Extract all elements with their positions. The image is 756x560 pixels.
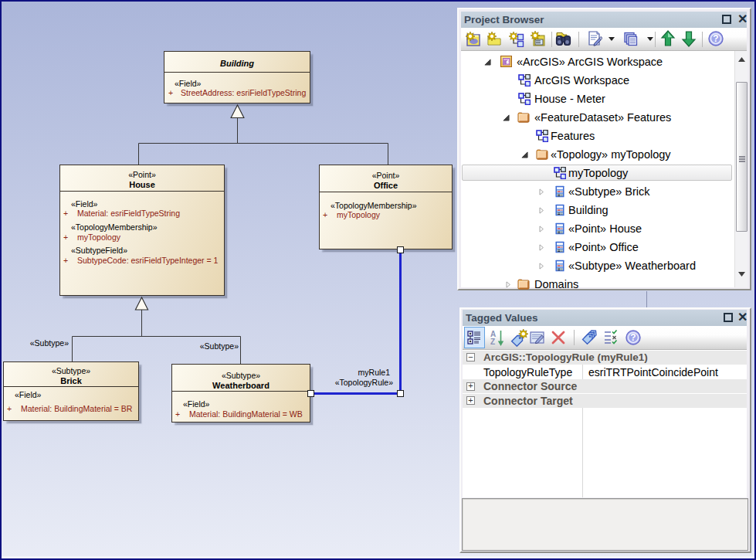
svg-text:Z: Z xyxy=(490,338,495,346)
